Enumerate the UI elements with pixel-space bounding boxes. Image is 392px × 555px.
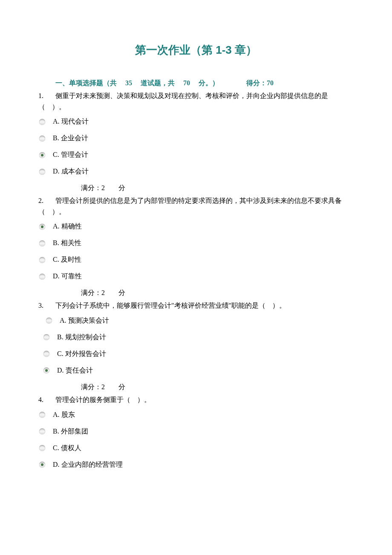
option-D[interactable]: D. 可靠性 xyxy=(38,272,354,281)
option-label: C. 债权人 xyxy=(53,444,81,453)
option-label: A. 现代会计 xyxy=(53,117,89,126)
question-text: 2.管理会计所提供的信息是为了内部管理的特定要求而选择的，其中涉及到未来的信息不… xyxy=(38,195,354,217)
question-number: 3. xyxy=(38,300,55,311)
section-prefix: 一、单项选择题（共 xyxy=(55,79,117,87)
question-number: 2. xyxy=(38,195,55,206)
option-label: B. 企业会计 xyxy=(53,134,88,143)
radio-icon[interactable] xyxy=(46,318,52,324)
question-2: 2.管理会计所提供的信息是为了内部管理的特定要求而选择的，其中涉及到未来的信息不… xyxy=(38,195,354,298)
question-body: 下列会计子系统中，能够履行管理会计"考核评价经营业绩"职能的是（ ）。 xyxy=(55,302,286,309)
option-label: B. 相关性 xyxy=(53,239,81,248)
option-label: C. 管理会计 xyxy=(53,150,88,159)
option-D[interactable]: D. 责任会计 xyxy=(38,366,354,375)
radio-icon[interactable] xyxy=(39,462,45,468)
page-title: 第一次作业（第 1-3 章） xyxy=(38,43,354,58)
question-text: 4.管理会计的服务侧重于（ ）。 xyxy=(38,394,354,405)
option-D[interactable]: D. 企业内部的经营管理 xyxy=(38,460,354,469)
radio-icon[interactable] xyxy=(39,119,45,125)
option-label: B. 规划控制会计 xyxy=(57,333,106,342)
section-points: 70 xyxy=(176,79,197,87)
option-label: C. 对外报告会计 xyxy=(57,350,106,358)
option-A[interactable]: A. 预测决策会计 xyxy=(38,316,354,325)
question-body: 管理会计所提供的信息是为了内部管理的特定要求而选择的，其中涉及到未来的信息不要求… xyxy=(38,197,342,215)
option-label: A. 预测决策会计 xyxy=(60,316,109,325)
option-B[interactable]: B. 相关性 xyxy=(38,239,354,248)
options-list: A. 精确性B. 相关性C. 及时性D. 可靠性 xyxy=(38,222,354,281)
question-number: 4. xyxy=(38,394,55,405)
full-score-label: 满分：2 分 xyxy=(38,289,354,298)
option-B[interactable]: B. 外部集团 xyxy=(38,427,354,436)
score-display: 得分：70 xyxy=(246,79,274,87)
option-A[interactable]: A. 精确性 xyxy=(38,222,354,231)
radio-icon[interactable] xyxy=(39,224,45,230)
radio-icon[interactable] xyxy=(39,240,45,246)
question-text: 1.侧重于对未来预测、决策和规划以及对现在控制、考核和评价，并向企业内部提供信息… xyxy=(38,90,354,112)
section-mid: 道试题，共 xyxy=(141,79,175,87)
radio-icon[interactable] xyxy=(39,274,45,280)
question-4: 4.管理会计的服务侧重于（ ）。A. 股东B. 外部集团C. 债权人D. 企业内… xyxy=(38,394,354,469)
option-label: A. 股东 xyxy=(53,410,75,419)
question-3: 3.下列会计子系统中，能够履行管理会计"考核评价经营业绩"职能的是（ ）。A. … xyxy=(38,300,354,392)
option-C[interactable]: C. 管理会计 xyxy=(38,150,354,159)
option-label: D. 可靠性 xyxy=(53,272,82,281)
option-label: D. 责任会计 xyxy=(57,366,93,375)
radio-icon[interactable] xyxy=(39,152,45,158)
radio-icon[interactable] xyxy=(43,351,49,357)
full-score-label: 满分：2 分 xyxy=(38,184,354,193)
option-C[interactable]: C. 对外报告会计 xyxy=(38,350,354,358)
radio-icon[interactable] xyxy=(43,367,49,373)
options-list: A. 股东B. 外部集团C. 债权人D. 企业内部的经营管理 xyxy=(38,410,354,469)
section-suffix: 分。） xyxy=(199,79,219,87)
question-body: 侧重于对未来预测、决策和规划以及对现在控制、考核和评价，并向企业内部提供信息的是… xyxy=(38,92,328,110)
option-label: D. 企业内部的经营管理 xyxy=(53,460,123,469)
radio-icon[interactable] xyxy=(39,136,45,142)
option-B[interactable]: B. 规划控制会计 xyxy=(38,333,354,342)
option-A[interactable]: A. 现代会计 xyxy=(38,117,354,126)
options-list: A. 现代会计B. 企业会计C. 管理会计D. 成本会计 xyxy=(38,117,354,176)
question-1: 1.侧重于对未来预测、决策和规划以及对现在控制、考核和评价，并向企业内部提供信息… xyxy=(38,90,354,193)
radio-icon[interactable] xyxy=(39,257,45,263)
option-label: C. 及时性 xyxy=(53,255,81,264)
radio-icon[interactable] xyxy=(39,169,45,175)
options-list: A. 预测决策会计B. 规划控制会计C. 对外报告会计D. 责任会计 xyxy=(38,316,354,375)
option-label: B. 外部集团 xyxy=(53,427,88,436)
option-D[interactable]: D. 成本会计 xyxy=(38,167,354,176)
option-label: A. 精确性 xyxy=(53,222,82,231)
section-count: 35 xyxy=(118,79,139,87)
option-B[interactable]: B. 企业会计 xyxy=(38,134,354,143)
radio-icon[interactable] xyxy=(39,445,45,451)
full-score-label: 满分：2 分 xyxy=(38,383,354,392)
question-text: 3.下列会计子系统中，能够履行管理会计"考核评价经营业绩"职能的是（ ）。 xyxy=(38,300,354,311)
option-A[interactable]: A. 股东 xyxy=(38,410,354,419)
section-header: 一、单项选择题（共 35 道试题，共 70 分。） 得分：70 xyxy=(38,79,354,88)
question-body: 管理会计的服务侧重于（ ）。 xyxy=(55,396,151,403)
radio-icon[interactable] xyxy=(43,334,49,340)
option-label: D. 成本会计 xyxy=(53,167,89,176)
option-C[interactable]: C. 债权人 xyxy=(38,444,354,453)
question-number: 1. xyxy=(38,90,55,101)
radio-icon[interactable] xyxy=(39,428,45,434)
option-C[interactable]: C. 及时性 xyxy=(38,255,354,264)
radio-icon[interactable] xyxy=(39,412,45,418)
